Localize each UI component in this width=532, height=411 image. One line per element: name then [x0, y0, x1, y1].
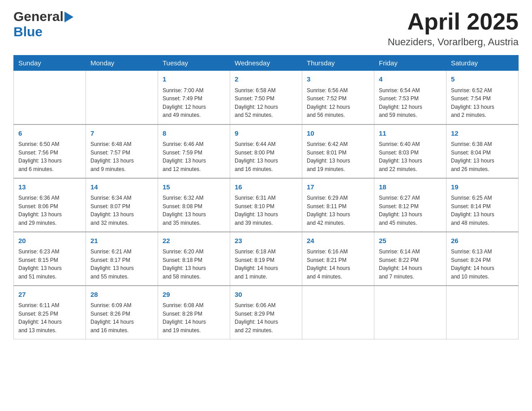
calendar-cell: 24Sunrise: 6:16 AM Sunset: 8:21 PM Dayli…: [302, 232, 374, 286]
calendar-header-row: SundayMondayTuesdayWednesdayThursdayFrid…: [14, 56, 519, 71]
day-number: 2: [235, 74, 297, 85]
calendar-cell: 22Sunrise: 6:20 AM Sunset: 8:18 PM Dayli…: [158, 232, 230, 286]
calendar-cell: 11Sunrise: 6:40 AM Sunset: 8:03 PM Dayli…: [374, 124, 446, 178]
day-info: Sunrise: 6:08 AM Sunset: 8:28 PM Dayligh…: [163, 301, 225, 334]
day-info: Sunrise: 6:14 AM Sunset: 8:22 PM Dayligh…: [379, 248, 442, 281]
calendar-week-row: 1Sunrise: 7:00 AM Sunset: 7:49 PM Daylig…: [14, 71, 519, 124]
day-number: 11: [379, 128, 442, 139]
day-number: 22: [163, 236, 225, 246]
calendar-cell: 9Sunrise: 6:44 AM Sunset: 8:00 PM Daylig…: [230, 124, 302, 178]
calendar-week-row: 13Sunrise: 6:36 AM Sunset: 8:06 PM Dayli…: [14, 178, 519, 232]
calendar-cell: 5Sunrise: 6:52 AM Sunset: 7:54 PM Daylig…: [446, 71, 519, 124]
day-number: 16: [235, 182, 297, 193]
day-info: Sunrise: 6:44 AM Sunset: 8:00 PM Dayligh…: [235, 140, 297, 173]
calendar-cell: 3Sunrise: 6:56 AM Sunset: 7:52 PM Daylig…: [302, 71, 374, 124]
day-number: 6: [18, 128, 81, 139]
calendar-cell: 17Sunrise: 6:29 AM Sunset: 8:11 PM Dayli…: [302, 178, 374, 232]
day-number: 21: [90, 236, 153, 246]
day-number: 15: [163, 182, 225, 193]
day-info: Sunrise: 6:11 AM Sunset: 8:25 PM Dayligh…: [18, 301, 81, 334]
calendar-cell: 29Sunrise: 6:08 AM Sunset: 8:28 PM Dayli…: [158, 286, 230, 339]
calendar-week-row: 20Sunrise: 6:23 AM Sunset: 8:15 PM Dayli…: [14, 232, 519, 286]
calendar-cell: 8Sunrise: 6:46 AM Sunset: 7:59 PM Daylig…: [158, 124, 230, 178]
day-number: 9: [235, 128, 297, 139]
calendar-cell: 23Sunrise: 6:18 AM Sunset: 8:19 PM Dayli…: [230, 232, 302, 286]
calendar-cell: 10Sunrise: 6:42 AM Sunset: 8:01 PM Dayli…: [302, 124, 374, 178]
day-number: 25: [379, 236, 442, 246]
day-info: Sunrise: 6:40 AM Sunset: 8:03 PM Dayligh…: [379, 140, 442, 173]
calendar-cell: 13Sunrise: 6:36 AM Sunset: 8:06 PM Dayli…: [14, 178, 86, 232]
day-info: Sunrise: 6:58 AM Sunset: 7:50 PM Dayligh…: [235, 86, 297, 120]
day-info: Sunrise: 6:06 AM Sunset: 8:29 PM Dayligh…: [235, 301, 297, 334]
day-number: 24: [307, 236, 369, 246]
day-number: 14: [90, 182, 153, 193]
day-info: Sunrise: 6:32 AM Sunset: 8:08 PM Dayligh…: [163, 194, 225, 227]
day-number: 7: [90, 128, 153, 139]
calendar-cell: 28Sunrise: 6:09 AM Sunset: 8:26 PM Dayli…: [86, 286, 158, 339]
day-info: Sunrise: 6:50 AM Sunset: 7:56 PM Dayligh…: [18, 140, 81, 173]
calendar-cell: 16Sunrise: 6:31 AM Sunset: 8:10 PM Dayli…: [230, 178, 302, 232]
title-section: April 2025 Nueziders, Vorarlberg, Austri…: [388, 9, 519, 48]
day-info: Sunrise: 6:34 AM Sunset: 8:07 PM Dayligh…: [90, 194, 153, 227]
calendar-cell: [14, 71, 86, 124]
calendar-cell: 21Sunrise: 6:21 AM Sunset: 8:17 PM Dayli…: [86, 232, 158, 286]
calendar-cell: 27Sunrise: 6:11 AM Sunset: 8:25 PM Dayli…: [14, 286, 86, 339]
day-number: 29: [163, 290, 225, 300]
day-number: 19: [451, 182, 514, 193]
calendar-header-monday: Monday: [86, 56, 158, 71]
calendar-cell: [446, 286, 519, 339]
calendar-cell: [86, 71, 158, 124]
logo: General Blue: [13, 9, 73, 39]
day-info: Sunrise: 6:21 AM Sunset: 8:17 PM Dayligh…: [90, 248, 153, 281]
day-number: 12: [451, 128, 514, 139]
day-info: Sunrise: 6:56 AM Sunset: 7:52 PM Dayligh…: [307, 86, 369, 120]
day-info: Sunrise: 6:25 AM Sunset: 8:14 PM Dayligh…: [451, 194, 514, 227]
calendar-cell: [374, 286, 446, 339]
calendar-header-sunday: Sunday: [14, 56, 86, 71]
logo-general-text: General: [13, 9, 64, 24]
day-info: Sunrise: 6:20 AM Sunset: 8:18 PM Dayligh…: [163, 248, 225, 281]
logo-arrow-icon: [64, 12, 73, 22]
day-number: 3: [307, 74, 369, 85]
calendar-cell: 6Sunrise: 6:50 AM Sunset: 7:56 PM Daylig…: [14, 124, 86, 178]
day-number: 17: [307, 182, 369, 193]
calendar-cell: 14Sunrise: 6:34 AM Sunset: 8:07 PM Dayli…: [86, 178, 158, 232]
day-info: Sunrise: 6:46 AM Sunset: 7:59 PM Dayligh…: [163, 140, 225, 173]
day-number: 26: [451, 236, 514, 246]
day-info: Sunrise: 6:27 AM Sunset: 8:12 PM Dayligh…: [379, 194, 442, 227]
day-info: Sunrise: 6:13 AM Sunset: 8:24 PM Dayligh…: [451, 248, 514, 281]
location-title: Nueziders, Vorarlberg, Austria: [388, 36, 519, 48]
day-number: 1: [163, 74, 225, 85]
day-info: Sunrise: 6:36 AM Sunset: 8:06 PM Dayligh…: [18, 194, 81, 227]
day-info: Sunrise: 6:31 AM Sunset: 8:10 PM Dayligh…: [235, 194, 297, 227]
day-info: Sunrise: 6:18 AM Sunset: 8:19 PM Dayligh…: [235, 248, 297, 281]
day-info: Sunrise: 6:29 AM Sunset: 8:11 PM Dayligh…: [307, 194, 369, 227]
day-info: Sunrise: 7:00 AM Sunset: 7:49 PM Dayligh…: [163, 86, 225, 120]
calendar-cell: 15Sunrise: 6:32 AM Sunset: 8:08 PM Dayli…: [158, 178, 230, 232]
day-info: Sunrise: 6:42 AM Sunset: 8:01 PM Dayligh…: [307, 140, 369, 173]
day-number: 23: [235, 236, 297, 246]
logo-blue-text: Blue: [13, 24, 43, 39]
calendar-cell: 1Sunrise: 7:00 AM Sunset: 7:49 PM Daylig…: [158, 71, 230, 124]
calendar-cell: 7Sunrise: 6:48 AM Sunset: 7:57 PM Daylig…: [86, 124, 158, 178]
day-number: 4: [379, 74, 442, 85]
day-info: Sunrise: 6:48 AM Sunset: 7:57 PM Dayligh…: [90, 140, 153, 173]
calendar-header-wednesday: Wednesday: [230, 56, 302, 71]
calendar-header-friday: Friday: [374, 56, 446, 71]
calendar-cell: 25Sunrise: 6:14 AM Sunset: 8:22 PM Dayli…: [374, 232, 446, 286]
day-number: 5: [451, 74, 514, 85]
calendar-cell: 26Sunrise: 6:13 AM Sunset: 8:24 PM Dayli…: [446, 232, 519, 286]
calendar-cell: 19Sunrise: 6:25 AM Sunset: 8:14 PM Dayli…: [446, 178, 519, 232]
day-info: Sunrise: 6:38 AM Sunset: 8:04 PM Dayligh…: [451, 140, 514, 173]
day-info: Sunrise: 6:52 AM Sunset: 7:54 PM Dayligh…: [451, 86, 514, 120]
day-number: 13: [18, 182, 81, 193]
page-header: General Blue April 2025 Nueziders, Vorar…: [13, 9, 519, 48]
day-number: 28: [90, 290, 153, 300]
day-number: 10: [307, 128, 369, 139]
calendar-week-row: 27Sunrise: 6:11 AM Sunset: 8:25 PM Dayli…: [14, 286, 519, 339]
calendar-header-saturday: Saturday: [446, 56, 519, 71]
day-number: 8: [163, 128, 225, 139]
day-info: Sunrise: 6:54 AM Sunset: 7:53 PM Dayligh…: [379, 86, 442, 120]
day-info: Sunrise: 6:16 AM Sunset: 8:21 PM Dayligh…: [307, 248, 369, 281]
day-number: 18: [379, 182, 442, 193]
